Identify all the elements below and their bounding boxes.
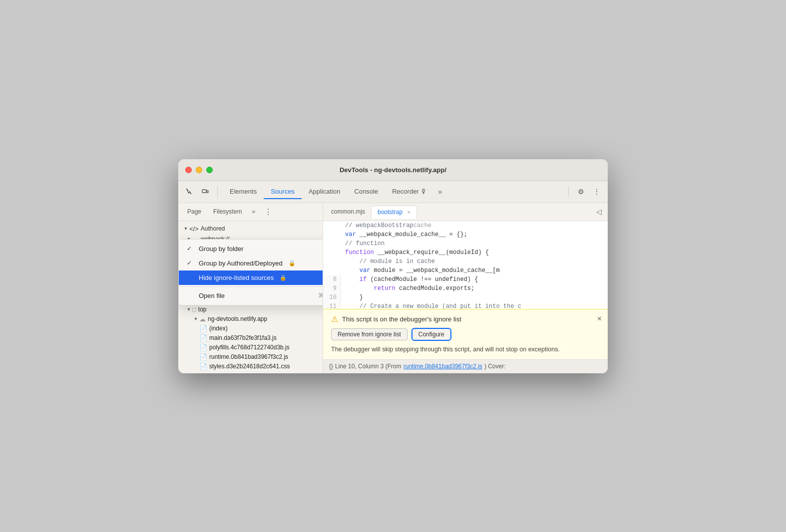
code-line-6: // module is in cache [323, 257, 608, 266]
file-tab-bootstrap[interactable]: bootstrap × [371, 206, 417, 219]
polyfills-label: polyfills.4c768d7122740d3b.js [209, 344, 290, 351]
traffic-lights [185, 167, 213, 173]
top-label: top [198, 306, 207, 313]
check-group-authored: ✓ [187, 260, 195, 266]
main-label: main.da63f7b2fe3f1fa3.js [209, 334, 277, 341]
pane-container: ▼ </> Authored ▼ ☁ webpack:// ▶ 📁 [178, 221, 608, 373]
devtools-body: Page Filesystem » ⋮ common.mjs bootstrap… [178, 203, 608, 373]
main-file-icon: 📄 [199, 334, 207, 342]
authored-section-header[interactable]: ▼ </> Authored [178, 223, 323, 235]
menu-divider [179, 286, 323, 287]
tab-filesystem[interactable]: Filesystem [208, 206, 247, 218]
inspect-icon[interactable] [182, 185, 196, 199]
configure-button[interactable]: Configure [411, 328, 451, 341]
subtoolbar-menu-icon[interactable]: ⋮ [261, 206, 275, 218]
code-line-5: function __webpack_require__(moduleId) { [323, 248, 608, 257]
configure-wrapper: Configure [411, 328, 451, 341]
runtime-file-icon: 📄 [199, 353, 207, 361]
code-line-4: // function [323, 239, 608, 248]
tab-elements[interactable]: Elements [223, 185, 264, 199]
svg-rect-1 [207, 191, 208, 193]
menu-hide-ignore-listed[interactable]: Hide ignore-listed sources 🔒 [179, 270, 323, 285]
tree-item-index[interactable]: 📄 (index) [178, 324, 323, 333]
top-arrow: ▼ [185, 307, 192, 312]
menu-group-by-authored[interactable]: ✓ Group by Authored/Deployed 🔒 [179, 256, 323, 270]
authored-arrow: ▼ [182, 226, 189, 231]
menu-open-file-label: Open file [199, 292, 225, 299]
tree-item-styles[interactable]: 📄 styles.d3e2b24618d2c641.css [178, 362, 323, 371]
settings-icon[interactable]: ⚙ [574, 185, 588, 199]
tree-item-polyfills[interactable]: 📄 polyfills.4c768d7122740d3b.js [178, 343, 323, 352]
code-line-2: var __webpack_module_cache__ = {}; [323, 230, 608, 239]
top-icon: □ [192, 306, 196, 313]
ignore-banner-close-icon[interactable]: × [597, 314, 602, 323]
tab-page[interactable]: Page [182, 206, 206, 218]
code-line-7: var module = __webpack_module_cache__[m [323, 266, 608, 275]
menu-group-folder-label: Group by folder [199, 245, 244, 253]
status-runtime-link[interactable]: runtime.0b841bad3967f3c2.js [403, 363, 482, 370]
collapse-pane-icon[interactable]: ◁ [592, 206, 606, 218]
index-file-icon: 📄 [199, 325, 207, 332]
netlify-label: ng-devtools.netlify.app [208, 315, 267, 322]
index-label: (index) [209, 325, 228, 332]
ignore-banner: ⚠ This script is on the debugger's ignor… [323, 309, 608, 359]
more-options-icon[interactable]: ⋮ [590, 185, 604, 199]
tab-sources[interactable]: Sources [264, 185, 302, 199]
tab-recorder[interactable]: Recorder 🎙 [385, 185, 434, 199]
authored-icon: </> [189, 225, 199, 233]
tree-item-top[interactable]: ▼ □ top [178, 305, 323, 314]
menu-group-authored-label: Group by Authored/Deployed [199, 260, 283, 267]
code-line-10: 10 } [323, 293, 608, 302]
menu-open-file[interactable]: Open file ⌘ P [179, 288, 323, 303]
tree-item-main[interactable]: 📄 main.da63f7b2fe3f1fa3.js [178, 333, 323, 343]
left-subtoolbar: Page Filesystem » ⋮ [178, 203, 323, 221]
ignore-banner-title: ⚠ This script is on the debugger's ignor… [331, 314, 600, 324]
status-suffix: ) Cover: [484, 363, 506, 370]
minimize-button[interactable] [196, 167, 202, 173]
more-tabs-icon[interactable]: » [434, 186, 446, 198]
code-line-1: // webpackBootstrapcache [323, 221, 608, 230]
status-text: Line 10, Column 3 (From [335, 363, 401, 370]
tab-application[interactable]: Application [302, 185, 348, 199]
styles-label: styles.d3e2b24618d2c641.css [209, 363, 290, 370]
device-icon[interactable] [198, 185, 212, 199]
tree-item-netlify[interactable]: ▼ ☁ ng-devtools.netlify.app [178, 314, 323, 324]
file-tree-pane: ▼ </> Authored ▼ ☁ webpack:// ▶ 📁 [178, 221, 323, 373]
netlify-icon: ☁ [199, 315, 206, 323]
check-group-folder: ✓ [187, 245, 195, 252]
more-subtabs-icon[interactable]: » [249, 207, 258, 216]
code-line-9: 9 return cachedModule.exports; [323, 284, 608, 293]
polyfills-file-icon: 📄 [199, 344, 207, 351]
toolbar-divider-2 [568, 186, 569, 197]
context-menu: ✓ Group by folder ✓ Group by Authored/De… [178, 239, 323, 305]
code-line-8: 8 if (cachedModule !== undefined) { [323, 275, 608, 284]
remove-from-ignore-list-button[interactable]: Remove from ignore list [331, 328, 407, 340]
file-tabs: common.mjs bootstrap × ◁ [323, 203, 608, 221]
styles-file-icon: 📄 [199, 363, 207, 370]
menu-group-by-folder[interactable]: ✓ Group by folder [179, 242, 323, 256]
runtime-js-label: runtime.0b841bad3967f3c2.js [209, 353, 288, 360]
ignore-banner-description: The debugger will skip stepping through … [331, 345, 600, 354]
status-bar: {} Line 10, Column 3 (From runtime.0b841… [323, 359, 608, 373]
code-editor-pane: // webpackBootstrapcache var __webpack_m… [323, 221, 608, 373]
subtoolbar: Page Filesystem » ⋮ common.mjs bootstrap… [178, 203, 608, 221]
main-toolbar: Elements Sources Application Console Rec… [178, 181, 608, 203]
tab-console[interactable]: Console [348, 185, 386, 199]
maximize-button[interactable] [206, 167, 213, 173]
ignore-banner-actions: Remove from ignore list Configure [331, 328, 600, 341]
open-file-shortcut: ⌘ P [318, 292, 323, 299]
titlebar: DevTools - ng-devtools.netlify.app/ [178, 159, 608, 181]
ignore-lock-icon: 🔒 [280, 274, 287, 281]
netlify-arrow: ▼ [192, 316, 199, 321]
authored-lock-icon: 🔒 [289, 260, 296, 266]
status-format-icon[interactable]: {} [329, 363, 333, 370]
authored-label: Authored [201, 225, 225, 232]
toolbar-tabs: Elements Sources Application Console Rec… [223, 185, 563, 199]
tree-item-runtime-js[interactable]: 📄 runtime.0b841bad3967f3c2.js [178, 352, 323, 362]
menu-hide-ignore-label: Hide ignore-listed sources [199, 274, 274, 281]
file-tab-common[interactable]: common.mjs [325, 206, 371, 218]
toolbar-divider-1 [217, 186, 218, 197]
close-tab-icon[interactable]: × [407, 209, 410, 215]
devtools-window: DevTools - ng-devtools.netlify.app/ Elem… [178, 159, 608, 373]
close-button[interactable] [185, 167, 192, 173]
